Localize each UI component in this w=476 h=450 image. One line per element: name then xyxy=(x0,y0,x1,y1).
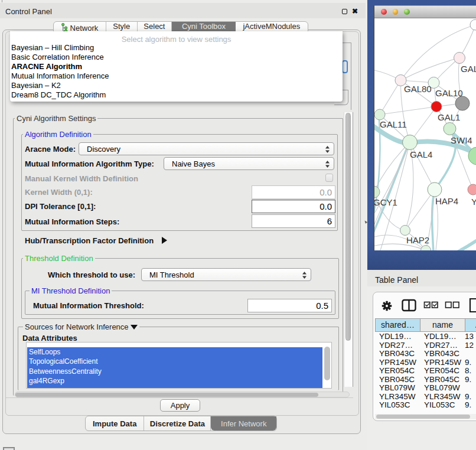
svg-text:GAL4: GAL4 xyxy=(410,149,432,159)
svg-text:HAP2: HAP2 xyxy=(406,235,429,245)
svg-text:GCY1: GCY1 xyxy=(374,197,397,207)
svg-text:GAL11: GAL11 xyxy=(380,119,407,129)
svg-text:GAL1: GAL1 xyxy=(438,112,460,122)
svg-text:SWI4: SWI4 xyxy=(451,135,472,145)
svg-text:GAL7: GAL7 xyxy=(461,64,476,74)
svg-text:GAL10: GAL10 xyxy=(435,88,463,98)
svg-text:GAL80: GAL80 xyxy=(404,84,432,94)
svg-text:HAP4: HAP4 xyxy=(435,196,458,206)
svg-text:Y: Y xyxy=(471,197,476,207)
